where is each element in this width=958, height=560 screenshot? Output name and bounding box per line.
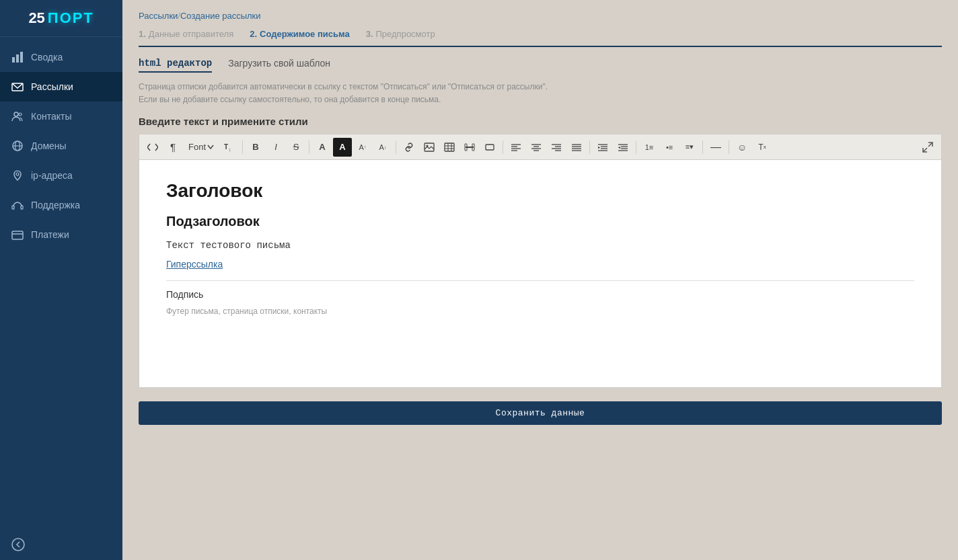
insert-link-button[interactable] xyxy=(400,138,418,157)
step-3-label: Предпросмотр xyxy=(376,29,435,39)
sidebar-item-ip[interactable]: ip-адреса xyxy=(0,161,122,190)
svg-rect-1 xyxy=(16,54,19,63)
svg-rect-17 xyxy=(425,143,434,151)
steps-nav: 1. Данные отправителя 2. Содержимое пись… xyxy=(139,29,942,47)
toolbar-sep-8 xyxy=(729,141,729,154)
sidebar-item-label: Домены xyxy=(31,141,67,151)
emoji-button[interactable]: ☺ xyxy=(733,138,751,157)
logo-number: 25 xyxy=(28,9,44,27)
toolbar-sep-7 xyxy=(702,141,703,154)
insert-table-button[interactable] xyxy=(440,138,459,157)
svg-text:↕: ↕ xyxy=(229,147,231,152)
save-button[interactable]: Сохранить данные xyxy=(139,401,942,425)
tab-html-editor[interactable]: html редактор xyxy=(139,58,212,73)
align-right-button[interactable] xyxy=(547,138,566,157)
support-icon xyxy=(11,198,24,212)
notice-line2: Если вы не добавите ссылку самостоятельн… xyxy=(139,95,441,104)
toolbar-sep-2 xyxy=(309,141,309,154)
content-signature[interactable]: Подпись xyxy=(166,289,914,300)
editor-container: html редактор Загрузить свой шаблон Стра… xyxy=(139,58,942,388)
content-footer: Футер письма, страница отписки, контакты xyxy=(166,307,914,316)
step-3-num: 3. xyxy=(366,29,373,39)
chevron-left-icon xyxy=(11,537,26,552)
toolbar-sep-4 xyxy=(503,141,503,154)
logo-text: ПОРТ xyxy=(48,9,94,27)
hr-box-button[interactable] xyxy=(480,138,499,157)
sidebar-item-kontakty[interactable]: Контакты xyxy=(0,102,122,131)
ip-icon xyxy=(11,169,24,182)
svg-rect-2 xyxy=(20,52,23,63)
outdent-button[interactable] xyxy=(614,138,632,157)
svg-rect-0 xyxy=(12,57,15,63)
editor-notice: Страница отписки добавится автоматически… xyxy=(139,81,942,106)
sidebar-item-label: Поддержка xyxy=(31,200,80,210)
breadcrumb: Рассылки/Создание рассылки xyxy=(139,11,942,21)
bold-button[interactable]: B xyxy=(246,138,265,157)
italic-button[interactable]: I xyxy=(266,138,285,157)
sidebar-item-platezhi[interactable]: Платежи xyxy=(0,220,122,249)
subscript-button[interactable]: A↓ xyxy=(373,138,392,157)
content-subheading[interactable]: Подзаголовок xyxy=(166,214,914,229)
step-2[interactable]: 2. Содержимое письма xyxy=(250,29,349,39)
superscript-button[interactable]: A↑ xyxy=(353,138,372,157)
svg-text:T: T xyxy=(224,143,228,151)
font-family-dropdown[interactable]: Font xyxy=(184,140,219,154)
horizontal-line-button[interactable]: — xyxy=(706,138,725,157)
justify-button[interactable] xyxy=(567,138,586,157)
logo: 25 ПОРТ xyxy=(0,0,122,37)
editor-tabs: html редактор Загрузить свой шаблон xyxy=(139,58,942,73)
sidebar-collapse[interactable] xyxy=(0,529,122,560)
sidebar-item-label: ip-адреса xyxy=(31,170,73,181)
mail-icon xyxy=(11,80,24,93)
strikethrough-button[interactable]: S xyxy=(287,138,305,157)
toolbar-sep-6 xyxy=(636,141,636,154)
main-content: Рассылки/Создание рассылки 1. Данные отп… xyxy=(122,0,958,560)
insert-image-button[interactable] xyxy=(420,138,439,157)
breadcrumb-parent[interactable]: Рассылки xyxy=(139,11,178,21)
tab-upload-template[interactable]: Загрузить свой шаблон xyxy=(228,58,330,73)
step-3[interactable]: 3. Предпросмотр xyxy=(366,29,435,39)
sidebar-item-svodka[interactable]: Сводка xyxy=(0,42,122,72)
toolbar-sep-3 xyxy=(396,141,396,154)
step-2-label: Содержимое письма xyxy=(260,29,350,39)
editor-body[interactable]: Заголовок Подзаголовок Текст тестового п… xyxy=(139,159,942,388)
font-family-label: Font xyxy=(188,142,206,152)
svg-rect-12 xyxy=(12,231,23,239)
editor-toolbar: ¶ Font T ↕ B I S A xyxy=(139,134,942,159)
svg-point-4 xyxy=(14,112,18,116)
ordered-list-button[interactable]: 1≡ xyxy=(640,138,659,157)
editor-horizontal-rule xyxy=(166,280,914,281)
html-source-button[interactable] xyxy=(143,138,162,157)
font-color-button[interactable]: A xyxy=(313,138,332,157)
svg-line-53 xyxy=(923,148,927,152)
editor-expand-button[interactable] xyxy=(918,138,937,157)
step-1[interactable]: 1. Данные отправителя xyxy=(139,29,233,39)
step-1-label: Данные отправителя xyxy=(149,29,233,39)
content-heading[interactable]: Заголовок xyxy=(166,180,914,202)
content-link[interactable]: Гиперссылка xyxy=(166,259,914,270)
font-bg-color-button[interactable]: A xyxy=(333,138,352,157)
sidebar: 25 ПОРТ Сводка Рассылки xyxy=(0,0,122,560)
list-style-button[interactable]: ≡▾ xyxy=(680,138,699,157)
sidebar-item-podderzhka[interactable]: Поддержка xyxy=(0,190,122,220)
paragraph-button[interactable]: ¶ xyxy=(163,138,182,157)
chart-icon xyxy=(11,50,24,64)
unordered-list-button[interactable]: •≡ xyxy=(660,138,679,157)
indent-button[interactable] xyxy=(593,138,612,157)
breadcrumb-current[interactable]: Создание рассылки xyxy=(180,11,261,21)
sidebar-item-label: Сводка xyxy=(31,52,63,63)
hr-small-button[interactable] xyxy=(460,138,479,157)
align-center-button[interactable] xyxy=(527,138,546,157)
step-1-num: 1. xyxy=(139,29,146,39)
svg-line-52 xyxy=(928,143,932,147)
align-left-button[interactable] xyxy=(507,138,525,157)
special-chars-button[interactable]: Tx xyxy=(753,138,772,157)
svg-rect-27 xyxy=(486,145,494,150)
sidebar-item-domeny[interactable]: Домены xyxy=(0,131,122,161)
content-text[interactable]: Текст тестового письма xyxy=(166,240,914,251)
sidebar-item-rassylki[interactable]: Рассылки xyxy=(0,72,122,102)
domain-icon xyxy=(11,139,24,153)
font-size-button[interactable]: T ↕ xyxy=(220,138,239,157)
notice-line1: Страница отписки добавится автоматически… xyxy=(139,82,548,91)
sidebar-item-label: Рассылки xyxy=(31,81,73,92)
